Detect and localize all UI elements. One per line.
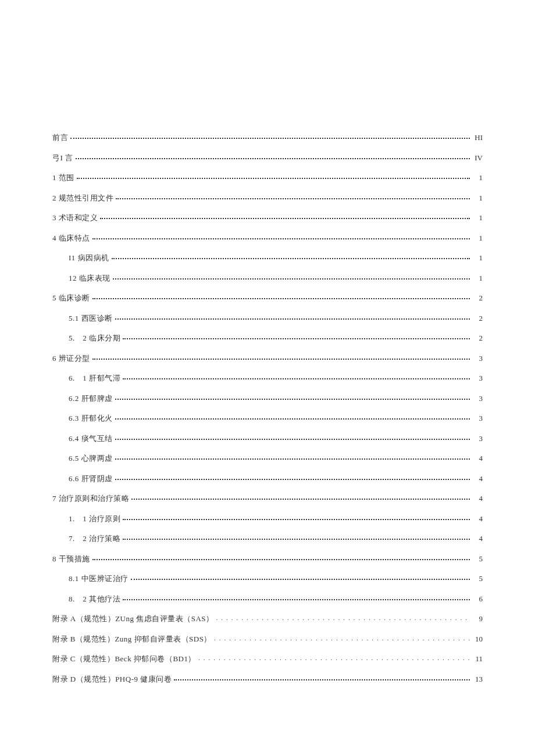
toc-leader-dots: [131, 574, 470, 581]
toc-leader-dots: [115, 433, 470, 441]
toc-entry-page: 2: [472, 314, 483, 322]
toc-entry: 8. 2 其他疗法6: [52, 594, 483, 603]
toc-entry-label: 2 规范性引用文件: [52, 194, 113, 202]
toc-entry-page: 4: [472, 515, 483, 522]
toc-entry-page: IV: [472, 154, 483, 162]
toc-leader-dots: [92, 353, 470, 361]
toc-entry-page: 4: [472, 495, 483, 502]
toc-entry-page: 4: [472, 475, 483, 482]
toc-entry: 1. 1 治疗原则4: [52, 514, 483, 522]
toc-entry: 弓I 言IV: [52, 153, 483, 162]
toc-entry-label: 3 术语和定义: [52, 214, 98, 221]
toc-leader-dots: [116, 193, 470, 200]
toc-entry-label: I1 病因病机: [69, 254, 109, 261]
toc-entry-label: 8. 2 其他疗法: [69, 595, 120, 603]
toc-entry: 附录 C（规范性）Beck 抑郁问卷（BD1）11: [52, 654, 483, 662]
toc-leader-dots: [92, 554, 470, 561]
toc-leader-dots: [131, 493, 470, 501]
toc-entry-page: 1: [472, 274, 483, 282]
toc-entry-label: 附录 A（规范性）ZUng 焦虑自评量表（SAS）: [52, 615, 214, 622]
toc-entry-label: 6.3 肝郁化火: [69, 414, 113, 422]
toc-entry-label: 附录 C（规范性）Beck 抑郁问卷（BD1）: [52, 655, 196, 662]
toc-entry-label: 弓I 言: [52, 154, 73, 162]
toc-leader-dots: [115, 474, 470, 481]
toc-leader-dots: [123, 373, 470, 381]
toc-leader-dots: [214, 634, 470, 642]
toc-entry-page: 1: [472, 194, 483, 202]
toc-entry-label: 12 临床表现: [69, 274, 110, 282]
toc-entry: 7 治疗原则和治疗策略4: [52, 493, 483, 502]
toc-entry-page: 3: [472, 435, 483, 442]
toc-entry: 附录 D（规范性）PHQ-9 健康问卷13: [52, 674, 483, 683]
toc-entry-label: 5.1 西医诊断: [69, 314, 113, 322]
toc-entry: 附录 A（规范性）ZUng 焦虑自评量表（SAS）9: [52, 614, 483, 622]
toc-leader-dots: [77, 173, 470, 180]
toc-entry: 6.5 心脾两虚4: [52, 453, 483, 462]
toc-entry-label: 5 临床诊断: [52, 294, 90, 302]
toc-entry-label: 7. 2 治疗策略: [69, 535, 120, 542]
toc-entry-label: 前言: [52, 134, 68, 141]
toc-entry-label: 8.1 中医辨证治疗: [69, 575, 129, 582]
toc-entry-label: 6.6 肝肾阴虚: [69, 475, 113, 482]
toc-entry-page: 4: [472, 454, 483, 462]
toc-leader-dots: [100, 213, 470, 220]
toc-entry-label: 7 治疗原则和治疗策略: [52, 495, 129, 502]
toc-entry-page: 2: [472, 334, 483, 342]
toc-entry-page: 11: [472, 655, 483, 662]
toc-leader-dots: [115, 313, 470, 321]
toc-leader-dots: [123, 533, 470, 541]
toc-entry-label: 6.5 心脾两虚: [69, 454, 113, 462]
toc-leader-dots: [76, 153, 470, 160]
toc-entry: 6.4 痰气互结3: [52, 433, 483, 442]
toc-entry-page: 3: [472, 354, 483, 362]
toc-leader-dots: [174, 674, 470, 682]
toc-entry: 4 临床特点1: [52, 233, 483, 242]
toc-entry-page: 3: [472, 395, 483, 402]
toc-entry-page: 9: [472, 615, 483, 622]
toc-leader-dots: [115, 453, 470, 461]
toc-leader-dots: [92, 233, 470, 241]
toc-entry: 附录 B（规范性）Zung 抑郁自评量表（SDS）10: [52, 634, 483, 643]
toc-entry-label: 6. 1 肝郁气滞: [69, 374, 120, 382]
toc-entry-label: 6.2 肝郁脾虚: [69, 395, 113, 402]
toc-leader-dots: [115, 393, 470, 401]
toc-entry-label: 4 临床特点: [52, 234, 90, 242]
toc-leader-dots: [70, 132, 470, 140]
toc-entry: 6.3 肝郁化火3: [52, 413, 483, 422]
toc-leader-dots: [123, 333, 470, 341]
toc-entry-page: 1: [472, 254, 483, 261]
toc-entry-page: 5: [472, 575, 483, 582]
toc-leader-dots: [112, 253, 470, 260]
toc-entry-page: 1: [472, 214, 483, 221]
toc-entry: 6 辨证分型3: [52, 353, 483, 362]
toc-leader-dots: [123, 594, 470, 601]
toc-leader-dots: [115, 413, 470, 421]
toc-entry-page: 1: [472, 174, 483, 181]
toc-entry-page: 6: [472, 595, 483, 603]
toc-entry: 2 规范性引用文件1: [52, 193, 483, 202]
toc-entry: 8 干预措施5: [52, 554, 483, 562]
toc-entry-page: 1: [472, 234, 483, 242]
toc-leader-dots: [123, 514, 470, 521]
toc-entry: 8.1 中医辨证治疗5: [52, 574, 483, 582]
toc-entry: 7. 2 治疗策略4: [52, 533, 483, 542]
toc-entry: 6. 1 肝郁气滞3: [52, 373, 483, 382]
toc-entry-page: 3: [472, 414, 483, 422]
toc-entry-label: 5. 2 临床分期: [69, 334, 120, 342]
toc-entry-label: 6 辨证分型: [52, 354, 90, 362]
toc-leader-dots: [198, 654, 470, 661]
toc-entry-label: 8 干预措施: [52, 555, 90, 562]
toc-entry-label: 1. 1 治疗原则: [69, 515, 120, 522]
toc-leader-dots: [113, 273, 470, 281]
toc-entry: 5.1 西医诊断2: [52, 313, 483, 322]
toc-entry-page: HI: [472, 134, 483, 141]
toc-leader-dots: [92, 293, 470, 300]
toc-entry: 12 临床表现1: [52, 273, 483, 282]
toc-entry-page: 10: [472, 635, 483, 643]
toc-entry: 1 范围1: [52, 173, 483, 181]
toc-entry-page: 5: [472, 555, 483, 562]
toc-entry-label: 附录 B（规范性）Zung 抑郁自评量表（SDS）: [52, 635, 212, 643]
toc-entry-page: 13: [472, 675, 483, 683]
toc-entry-label: 附录 D（规范性）PHQ-9 健康问卷: [52, 675, 172, 683]
toc-leader-dots: [216, 614, 470, 621]
